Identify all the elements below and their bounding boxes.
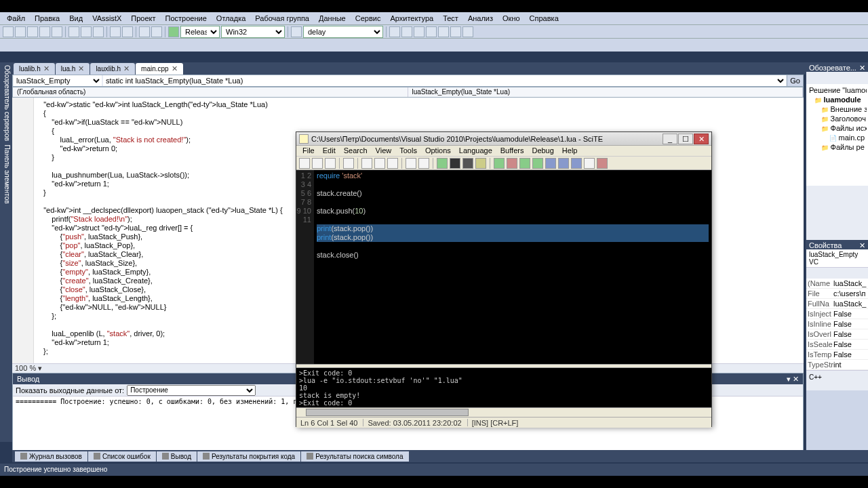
tab-close-icon[interactable]: ✕ bbox=[43, 64, 50, 73]
scite-menu-help[interactable]: Help bbox=[559, 146, 581, 155]
vs-side-tab-panel[interactable]: Обозреватель серверов Панель элементов bbox=[0, 62, 12, 442]
doc-tab[interactable]: lua.h✕ bbox=[56, 63, 90, 75]
folder-external[interactable]: Внешние з bbox=[808, 104, 867, 114]
scite-menu-debug[interactable]: Debug bbox=[528, 146, 557, 155]
scite-redo-icon[interactable] bbox=[418, 158, 429, 169]
property-row[interactable]: Filec:\users\п bbox=[806, 289, 868, 299]
scite-tb-g4[interactable] bbox=[532, 158, 543, 169]
menu-архитектура[interactable]: Архитектура bbox=[386, 14, 437, 23]
add-item-button[interactable] bbox=[15, 26, 26, 37]
tab-close-icon[interactable]: ✕ bbox=[78, 64, 84, 73]
property-row[interactable]: IsInjectFalse bbox=[806, 309, 868, 319]
property-row[interactable]: (NameluaStack_E bbox=[806, 279, 868, 289]
file-main-cpp[interactable]: main.cp bbox=[808, 133, 867, 142]
scite-cut-icon[interactable] bbox=[361, 158, 372, 169]
menu-анализ[interactable]: Анализ bbox=[464, 14, 497, 23]
property-row[interactable]: IsSealeFalse bbox=[806, 340, 868, 350]
nav-scope-left[interactable]: (Глобальная область) bbox=[13, 87, 408, 97]
new-project-button[interactable] bbox=[3, 26, 14, 37]
doc-tab[interactable]: lauxlib.h✕ bbox=[90, 63, 135, 75]
props-alpha-icon[interactable] bbox=[818, 268, 827, 278]
scite-run-icon[interactable] bbox=[437, 158, 448, 169]
menu-проект[interactable]: Проект bbox=[127, 14, 159, 23]
scite-menu-options[interactable]: Options bbox=[422, 146, 454, 155]
doc-tab[interactable]: main.cpp✕ bbox=[136, 63, 183, 75]
props-categorize-icon[interactable] bbox=[807, 268, 816, 278]
menu-сервис[interactable]: Сервис bbox=[351, 14, 385, 23]
scite-tb-b[interactable] bbox=[545, 158, 556, 169]
scite-menu-file[interactable]: File bbox=[299, 146, 318, 155]
scite-tb-r2[interactable] bbox=[597, 158, 608, 169]
tab-close-icon[interactable]: ✕ bbox=[172, 64, 178, 73]
solution-explorer-tree[interactable]: Решение "luamod luamodule Внешние з Заго… bbox=[806, 84, 868, 186]
scite-build-icon[interactable] bbox=[462, 158, 473, 169]
doc-tab[interactable]: lualib.h✕ bbox=[14, 63, 55, 75]
menu-построение[interactable]: Построение bbox=[161, 14, 211, 23]
properties-object-combo[interactable]: luaStack_Empty VC bbox=[806, 249, 868, 268]
menu-окно[interactable]: Окно bbox=[498, 14, 524, 23]
scope-go-button[interactable]: Go bbox=[787, 75, 803, 86]
scite-print-icon[interactable] bbox=[343, 158, 354, 169]
scite-menu-search[interactable]: Search bbox=[340, 146, 371, 155]
scite-tb-y[interactable] bbox=[475, 158, 486, 169]
save-button[interactable] bbox=[39, 26, 50, 37]
open-button[interactable] bbox=[27, 26, 38, 37]
props-close-icon[interactable]: ✕ bbox=[859, 241, 865, 248]
zoom-level[interactable]: 100 % bbox=[15, 364, 36, 372]
property-row[interactable]: IsTempFalse bbox=[806, 350, 868, 360]
scite-copy-icon[interactable] bbox=[374, 158, 385, 169]
bottom-tab[interactable]: Результаты покрытия кода bbox=[197, 451, 300, 462]
solution-node[interactable]: Решение "luamod bbox=[808, 85, 867, 95]
scite-new-icon[interactable] bbox=[299, 158, 310, 169]
find-button[interactable] bbox=[291, 26, 302, 37]
menu-справка[interactable]: Справка bbox=[526, 14, 563, 23]
scope-function-select[interactable]: static int luaStack_Empty(lua_State *Lua… bbox=[103, 75, 786, 86]
scite-tb-g2[interactable] bbox=[494, 158, 505, 169]
output-tb1[interactable] bbox=[258, 386, 268, 395]
scite-output-pane[interactable]: >Exit code: 0 >lua -e "io.stdout:setvbuf… bbox=[296, 368, 711, 407]
output-tb2[interactable] bbox=[271, 386, 280, 395]
tb-btn-a[interactable] bbox=[389, 26, 400, 37]
menu-vassistx[interactable]: VAssistX bbox=[88, 14, 125, 23]
scite-tb-r[interactable] bbox=[507, 158, 517, 169]
solution-platform-select[interactable]: Win32 bbox=[221, 26, 285, 38]
nav-fwd-button[interactable] bbox=[151, 26, 162, 37]
scite-open-icon[interactable] bbox=[312, 158, 323, 169]
menu-отладка[interactable]: Отладка bbox=[212, 14, 250, 23]
output-tb3[interactable] bbox=[283, 386, 292, 395]
tb-btn-d[interactable] bbox=[426, 26, 437, 37]
scite-menu-buffers[interactable]: Buffers bbox=[497, 146, 528, 155]
scrollbar-thumb[interactable] bbox=[306, 409, 469, 416]
scite-editor-area[interactable]: 1 2 3 4 5 6 7 8 9 10 11 require 'stack' … bbox=[296, 170, 711, 364]
scite-menu-edit[interactable]: Edit bbox=[319, 146, 339, 155]
scite-window[interactable]: C:\Users\Петр\Documents\Visual Studio 20… bbox=[296, 131, 712, 427]
paste-button[interactable] bbox=[93, 26, 104, 37]
scite-menu-language[interactable]: Language bbox=[456, 146, 496, 155]
scite-tb-g3[interactable] bbox=[519, 158, 530, 169]
se-props-icon[interactable] bbox=[840, 73, 849, 82]
copy-button[interactable] bbox=[81, 26, 92, 37]
solution-config-select[interactable]: Release bbox=[180, 26, 220, 38]
tb-btn-f[interactable] bbox=[450, 26, 461, 37]
cut-button[interactable] bbox=[68, 26, 79, 37]
bottom-tab[interactable]: Результаты поиска символа bbox=[301, 451, 408, 462]
scite-code-text[interactable]: require 'stack' stack.create() stack.pus… bbox=[314, 170, 711, 364]
property-row[interactable]: IsInlineFalse bbox=[806, 319, 868, 329]
property-row[interactable]: TypeStrint bbox=[806, 360, 868, 370]
maximize-button[interactable]: ☐ bbox=[678, 134, 693, 144]
scite-paste-icon[interactable] bbox=[387, 158, 398, 169]
properties-grid[interactable]: (NameluaStack_EFilec:\users\пFullNaluaSt… bbox=[806, 279, 868, 370]
scite-menu-view[interactable]: View bbox=[372, 146, 395, 155]
close-button[interactable]: ✕ bbox=[694, 134, 709, 144]
scite-save-icon[interactable] bbox=[325, 158, 336, 169]
save-all-button[interactable] bbox=[52, 26, 62, 37]
redo-button[interactable] bbox=[122, 26, 133, 37]
minimize-button[interactable]: _ bbox=[663, 134, 677, 144]
scite-tb-b2[interactable] bbox=[558, 158, 569, 169]
bottom-tab[interactable]: Список ошибок bbox=[88, 451, 156, 462]
se-home-icon[interactable] bbox=[807, 73, 816, 82]
folder-headers[interactable]: Заголовоч bbox=[808, 114, 867, 123]
nav-back-button[interactable] bbox=[139, 26, 150, 37]
project-node[interactable]: luamodule bbox=[808, 95, 867, 104]
menu-тест[interactable]: Тест bbox=[439, 14, 462, 23]
